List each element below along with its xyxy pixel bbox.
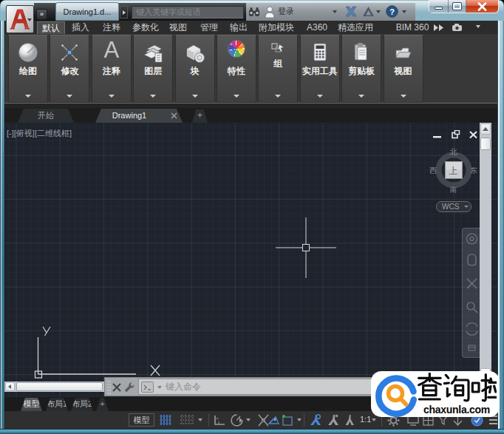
svg-text:?: ? [389, 7, 395, 16]
